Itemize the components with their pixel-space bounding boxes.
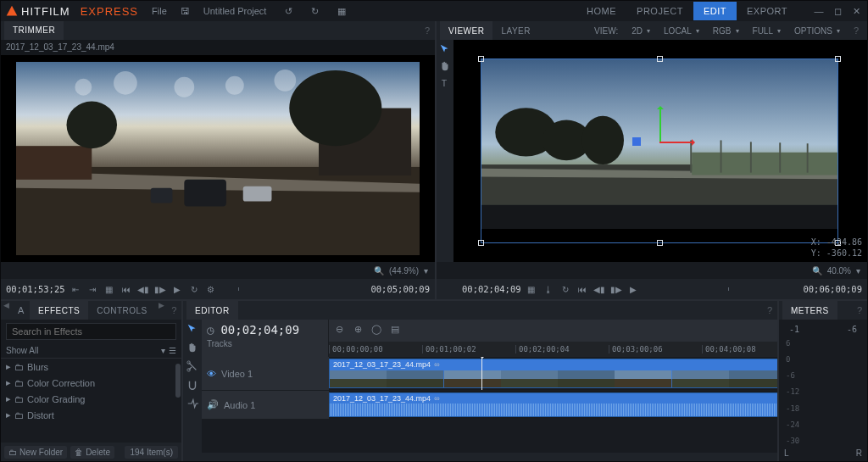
loop-icon[interactable]: ↻ (187, 282, 201, 296)
maximize-icon[interactable]: ◻ (832, 5, 843, 17)
step-fwd-icon[interactable]: ▮▶ (609, 282, 623, 296)
play-icon[interactable]: ▶ (626, 282, 640, 296)
handle-tm[interactable] (657, 56, 663, 62)
aspect-select[interactable]: FULL (748, 25, 786, 37)
viewer-tab[interactable]: VIEWER (440, 21, 492, 40)
chevron-down-icon[interactable]: ▾ (424, 266, 428, 276)
select-tool-icon[interactable] (439, 43, 451, 55)
controls-tab[interactable]: CONTROLS (88, 301, 156, 320)
layout-icon[interactable]: ▦ (332, 6, 351, 17)
slice-tool-icon[interactable] (186, 360, 198, 372)
audio-track-header[interactable]: 🔊 Audio 1 (202, 391, 329, 419)
handle-bl[interactable] (478, 240, 484, 246)
set-out-icon[interactable]: ⇥ (86, 282, 99, 296)
chevron-left-icon[interactable]: ◀ (1, 301, 12, 320)
trimmer-playhead[interactable] (238, 287, 239, 291)
trimmer-preview[interactable] (1, 55, 435, 262)
prev-frame-icon[interactable]: ⏮ (120, 282, 133, 296)
mute-icon[interactable]: 🔊 (207, 399, 219, 410)
insert-icon[interactable]: ▦ (103, 282, 116, 296)
y-axis-icon[interactable] (659, 108, 661, 142)
handle-tl[interactable] (478, 56, 484, 62)
timeline-ruler[interactable]: 00;00;00;00 00;01;00;02 00;02;00;04 00;0… (329, 342, 777, 357)
meters-tab[interactable]: METERS (782, 301, 837, 320)
snap-tool-icon[interactable] (186, 379, 198, 391)
help-icon[interactable]: ? (420, 21, 435, 40)
view-mode-select[interactable]: 2D (626, 25, 655, 37)
viewer-playhead[interactable] (728, 287, 729, 291)
zoom-icon[interactable]: 🔍 (812, 266, 822, 276)
rate-tool-icon[interactable] (186, 398, 198, 409)
loop-icon[interactable]: ↻ (559, 282, 572, 296)
delete-button[interactable]: 🗑Delete (70, 446, 114, 459)
viewer-selection-frame[interactable] (481, 58, 838, 243)
step-back-icon[interactable]: ◀▮ (593, 282, 606, 296)
options-icon[interactable]: ⚙ (204, 282, 218, 296)
new-folder-button[interactable]: 🗀New Folder (4, 446, 67, 459)
space-select[interactable]: LOCAL (659, 25, 704, 37)
clock-icon[interactable]: ◷ (207, 323, 214, 337)
anchor-icon[interactable] (632, 137, 641, 146)
timeline-playhead[interactable] (481, 357, 482, 390)
next-edit-icon[interactable]: ⊕ (351, 322, 364, 336)
tracks-area[interactable]: 👁 Video 1 2017_12_03_17_23_44.mp4 ∞ (202, 357, 777, 453)
tab-export[interactable]: EXPORT (737, 2, 798, 20)
tab-project[interactable]: PROJECT (626, 2, 693, 20)
step-back-icon[interactable]: ◀▮ (136, 282, 150, 296)
play-icon[interactable]: ▶ (170, 282, 184, 296)
save-icon[interactable]: 🖫 (181, 6, 190, 16)
redo-icon[interactable]: ↻ (306, 6, 324, 17)
file-menu[interactable]: File (147, 6, 172, 16)
chevron-down-icon[interactable]: ▾ (856, 266, 860, 276)
panel-a-label[interactable]: A (12, 301, 30, 320)
set-in-icon[interactable]: ⇤ (69, 282, 82, 296)
trimmer-tab[interactable]: TRIMMER (4, 21, 64, 40)
video-track-header[interactable]: 👁 Video 1 (202, 357, 329, 390)
undo-icon[interactable]: ↺ (280, 6, 298, 17)
select-tool-icon[interactable] (186, 323, 198, 335)
scrollbar[interactable] (175, 359, 181, 443)
effects-folder[interactable]: ▸🗀Color Grading (1, 391, 181, 407)
close-icon[interactable]: ✕ (850, 5, 862, 17)
help-icon[interactable]: ? (762, 301, 777, 320)
effects-folder[interactable]: ▸🗀Distort (1, 407, 181, 423)
handle-tr[interactable] (835, 56, 841, 62)
help-icon[interactable]: ? (849, 25, 864, 36)
effects-folder[interactable]: ▸🗀Blurs (1, 359, 181, 375)
visibility-icon[interactable]: 👁 (207, 369, 216, 379)
effects-tab[interactable]: EFFECTS (30, 301, 88, 320)
x-axis-icon[interactable] (659, 142, 693, 143)
prev-frame-icon[interactable]: ⏮ (576, 282, 589, 296)
hand-tool-icon[interactable] (439, 60, 451, 72)
show-all-select[interactable]: Show All ▾ ☰ (1, 343, 181, 359)
editor-timecode[interactable]: 00;02;04;09 (220, 323, 299, 337)
timeline-scrollbar[interactable] (202, 453, 777, 461)
composite-shot-icon[interactable]: ▤ (388, 322, 402, 336)
tab-home[interactable]: HOME (576, 2, 626, 20)
help-icon[interactable]: ? (167, 301, 181, 320)
layer-tab[interactable]: LAYER (492, 21, 539, 40)
effects-search-input[interactable] (6, 323, 176, 340)
zoom-icon[interactable]: 🔍 (374, 266, 384, 276)
tab-edit[interactable]: EDIT (693, 2, 737, 20)
circle-icon[interactable]: ◯ (370, 322, 383, 336)
minimize-icon[interactable]: — (813, 5, 825, 17)
prev-edit-icon[interactable]: ⊖ (332, 322, 346, 336)
video-clip[interactable]: 2017_12_03_17_23_44.mp4 ∞ (329, 359, 777, 388)
handle-bm[interactable] (657, 240, 663, 246)
options-select[interactable]: OPTIONS (789, 25, 845, 37)
export-frame-icon[interactable]: ⭳ (542, 282, 555, 296)
audio-clip[interactable]: 2017_12_03_17_23_44.mp4 ∞ (329, 392, 777, 417)
viewer-canvas[interactable]: X: -424.86 Y: -360.12 (453, 40, 867, 262)
help-icon[interactable]: ? (852, 301, 867, 320)
editor-tab[interactable]: EDITOR (186, 301, 238, 320)
hand-tool-icon[interactable] (186, 342, 198, 353)
step-fwd-icon[interactable]: ▮▶ (153, 282, 167, 296)
channels-select[interactable]: RGB (708, 25, 744, 37)
effects-folder[interactable]: ▸🗀Color Correction (1, 375, 181, 391)
overlay-icon[interactable]: ▦ (525, 282, 538, 296)
project-name[interactable]: Untitled Project (198, 6, 272, 16)
chevron-right-icon[interactable]: ▶ (156, 301, 167, 320)
mode-icon[interactable]: ☰ (169, 346, 176, 355)
text-tool-icon[interactable]: T (439, 77, 451, 89)
